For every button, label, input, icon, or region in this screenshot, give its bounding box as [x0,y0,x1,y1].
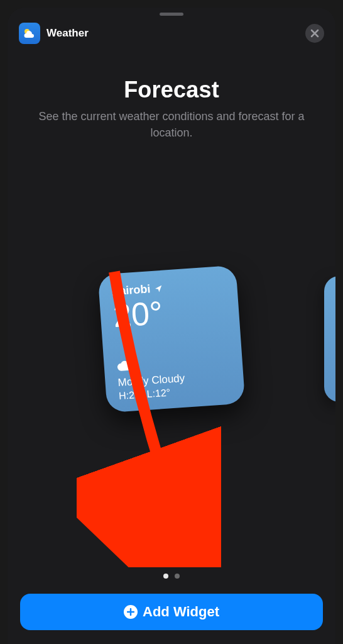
close-icon [310,29,319,38]
page-subtitle: See the current weather conditions and f… [8,108,335,141]
plus-circle-icon [124,605,138,619]
page-dot-2[interactable] [175,574,180,579]
next-widget-peek[interactable] [324,276,335,402]
add-widget-label: Add Widget [143,604,219,620]
weather-widget-preview[interactable]: Nairobi 20° Mostly Cloudy H:21° L:12° [98,265,246,413]
page-indicator [163,574,180,579]
close-button[interactable] [305,24,324,43]
widget-carousel[interactable]: Nairobi 20° Mostly Cloudy H:21° L:12° [8,242,335,436]
sheet-grabber[interactable] [160,13,183,16]
location-arrow-icon [154,284,163,293]
weather-app-icon [19,23,40,44]
page-title: Forecast [8,77,335,103]
widget-temperature: 20° [112,292,227,332]
widget-picker-sheet: Weather Forecast See the current weather… [8,8,335,644]
app-identity: Weather [19,23,89,44]
add-widget-button[interactable]: Add Widget [20,594,323,630]
title-block: Forecast See the current weather conditi… [8,77,335,141]
page-dot-1[interactable] [163,574,168,579]
cloud-icon [116,359,133,372]
app-name-label: Weather [46,27,89,40]
